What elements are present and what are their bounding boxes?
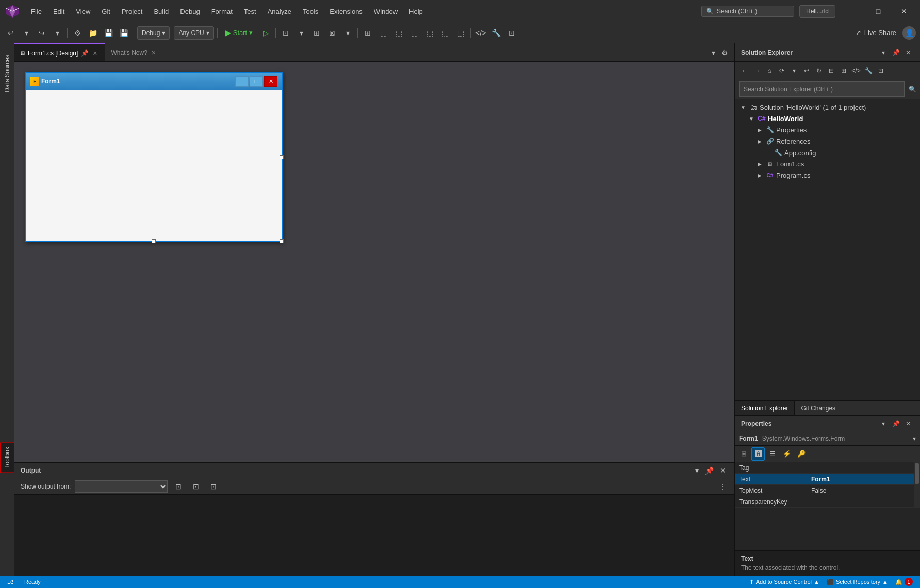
tb-btn-13[interactable]: 🔧 bbox=[489, 26, 503, 40]
window-title-button[interactable]: Hell...rld bbox=[799, 5, 835, 18]
menu-edit[interactable]: Edit bbox=[48, 6, 70, 18]
tree-solution-node[interactable]: ▼ 🗂 Solution 'HelloWorld' (1 of 1 projec… bbox=[735, 102, 920, 113]
sol-tb-code[interactable]: </> bbox=[850, 65, 862, 76]
tb-dropdown-1[interactable]: ▾ bbox=[294, 26, 308, 40]
program-expand-arrow[interactable]: ▶ bbox=[755, 171, 764, 179]
sol-tb-home[interactable]: ⌂ bbox=[764, 65, 775, 76]
properties-expand-arrow[interactable]: ▶ bbox=[755, 126, 764, 134]
tb-btn-14[interactable]: ⊡ bbox=[505, 26, 518, 40]
tab-git-changes[interactable]: Git Changes bbox=[795, 401, 842, 415]
tree-appconfig-node[interactable]: ▶ 🔧 App.config bbox=[735, 147, 920, 158]
sol-tb-back[interactable]: ← bbox=[739, 65, 750, 76]
maximize-button[interactable]: □ bbox=[866, 3, 890, 20]
redo-button[interactable]: ↪ bbox=[35, 26, 48, 40]
redo-dropdown[interactable]: ▾ bbox=[51, 26, 64, 40]
output-btn-3[interactable]: ⊡ bbox=[207, 480, 220, 493]
output-close-btn[interactable]: ✕ bbox=[718, 465, 728, 476]
sol-btn-close[interactable]: ✕ bbox=[902, 47, 914, 58]
minimize-button[interactable]: — bbox=[841, 3, 864, 20]
data-sources-tab[interactable]: Data Sources bbox=[1, 51, 14, 96]
props-pin-btn[interactable]: 📌 bbox=[890, 418, 901, 429]
props-key-btn[interactable]: 🔑 bbox=[795, 447, 808, 461]
props-close-btn[interactable]: ✕ bbox=[902, 418, 914, 429]
status-notifications[interactable]: 🔔 1 bbox=[892, 578, 916, 586]
close-button[interactable]: ✕ bbox=[892, 3, 916, 20]
pin-icon[interactable]: 📌 bbox=[81, 49, 89, 57]
tb-btn-11[interactable]: ⬚ bbox=[454, 26, 467, 40]
menu-format[interactable]: Format bbox=[206, 6, 238, 18]
form-maximize-btn[interactable]: □ bbox=[250, 76, 263, 87]
resize-handle-corner[interactable] bbox=[280, 239, 284, 243]
menu-build[interactable]: Build bbox=[149, 6, 174, 18]
tab-solution-explorer[interactable]: Solution Explorer bbox=[735, 401, 795, 415]
tb-btn-7[interactable]: ⬚ bbox=[392, 26, 405, 40]
save-all-button[interactable]: 💾 bbox=[117, 26, 130, 40]
save-button[interactable]: 💾 bbox=[102, 26, 115, 40]
tb-btn-12[interactable]: </> bbox=[474, 26, 487, 40]
sol-tb-collapse[interactable]: ⊟ bbox=[826, 65, 837, 76]
menu-project[interactable]: Project bbox=[117, 6, 147, 18]
tb-btn-1[interactable]: ⊡ bbox=[279, 26, 292, 40]
solution-search-input[interactable]: Search Solution Explorer (Ctrl+;) bbox=[739, 81, 905, 97]
sol-tb-refresh[interactable]: ↻ bbox=[813, 65, 825, 76]
form-body[interactable] bbox=[26, 90, 282, 241]
platform-dropdown[interactable]: Any CPU ▾ bbox=[174, 26, 213, 40]
toolbox-tab[interactable]: Toolbox bbox=[0, 442, 14, 473]
status-add-source-control[interactable]: ⬆ Add to Source Control ▲ bbox=[746, 579, 823, 585]
menu-help[interactable]: Help bbox=[404, 6, 428, 18]
add-item-button[interactable]: 📁 bbox=[86, 26, 100, 40]
resize-handle-right[interactable] bbox=[280, 155, 284, 159]
props-events-btn[interactable]: ⚡ bbox=[780, 447, 794, 461]
menu-tools[interactable]: Tools bbox=[298, 6, 323, 18]
tree-form1-node[interactable]: ▶ ⊞ Form1.cs bbox=[735, 158, 920, 170]
sol-btn-pin[interactable]: 📌 bbox=[890, 47, 901, 58]
menu-search-box[interactable]: 🔍 Search (Ctrl+,) bbox=[701, 6, 794, 17]
status-select-repository[interactable]: ⬛ Select Repository ▲ bbox=[824, 579, 891, 585]
output-btn-1[interactable]: ⊡ bbox=[172, 480, 185, 493]
references-expand-arrow[interactable]: ▶ bbox=[755, 137, 764, 145]
menu-analyze[interactable]: Analyze bbox=[262, 6, 297, 18]
menu-file[interactable]: File bbox=[26, 6, 47, 18]
status-ready[interactable]: Ready bbox=[21, 576, 44, 588]
profile-button[interactable]: 👤 bbox=[902, 26, 916, 40]
output-btn-2[interactable]: ⊡ bbox=[189, 480, 203, 493]
tb-btn-4[interactable]: ▾ bbox=[341, 26, 354, 40]
project-expand-arrow[interactable]: ▼ bbox=[747, 114, 755, 123]
tab-settings-btn[interactable]: ⚙ bbox=[719, 47, 730, 58]
tree-references-node[interactable]: ▶ 🔗 References bbox=[735, 136, 920, 147]
tb-btn-6[interactable]: ⬚ bbox=[376, 26, 390, 40]
tab-whats-new[interactable]: What's New? × bbox=[105, 43, 163, 61]
start-without-debug[interactable]: ▷ bbox=[259, 26, 272, 40]
menu-debug[interactable]: Debug bbox=[175, 6, 205, 18]
tab-form1-design[interactable]: ⊞ Form1.cs [Design] 📌 × bbox=[14, 43, 105, 61]
tb-btn-5[interactable]: ⊞ bbox=[361, 26, 374, 40]
start-button[interactable]: ▶ Start ▾ bbox=[221, 26, 257, 39]
solution-expand-arrow[interactable]: ▼ bbox=[739, 103, 747, 111]
sol-tb-expand[interactable]: ⊞ bbox=[838, 65, 849, 76]
output-source-select[interactable] bbox=[75, 480, 168, 493]
tab-close-active[interactable]: × bbox=[92, 48, 98, 58]
props-alphabetical-btn[interactable]: 🅰 bbox=[751, 447, 765, 461]
output-float-btn[interactable]: ▾ bbox=[693, 465, 701, 476]
output-pin-btn[interactable]: 📌 bbox=[703, 465, 716, 476]
tb-btn-10[interactable]: ⬚ bbox=[438, 26, 452, 40]
menu-extensions[interactable]: Extensions bbox=[324, 6, 368, 18]
props-float-btn[interactable]: ▾ bbox=[878, 418, 889, 429]
form-minimize-btn[interactable]: — bbox=[235, 76, 249, 87]
resize-handle-bottom[interactable] bbox=[152, 239, 156, 243]
tree-program-node[interactable]: ▶ C# Program.cs bbox=[735, 170, 920, 181]
props-object-arrow[interactable]: ▾ bbox=[913, 435, 916, 442]
menu-test[interactable]: Test bbox=[239, 6, 261, 18]
output-more-btn[interactable]: ⋮ bbox=[717, 481, 728, 492]
sol-tb-forward[interactable]: → bbox=[751, 65, 763, 76]
props-properties-btn[interactable]: ☰ bbox=[766, 447, 779, 461]
status-git-icon[interactable]: ⎇ bbox=[4, 576, 17, 588]
menu-git[interactable]: Git bbox=[96, 6, 116, 18]
menu-view[interactable]: View bbox=[71, 6, 95, 18]
props-scrollbar[interactable] bbox=[914, 462, 920, 508]
tb-btn-8[interactable]: ⬚ bbox=[407, 26, 421, 40]
form-close-btn[interactable]: ✕ bbox=[264, 76, 277, 87]
solution-search-icon-btn[interactable]: 🔍 bbox=[907, 83, 918, 95]
new-project-button[interactable]: ⚙ bbox=[71, 26, 84, 40]
undo-dropdown[interactable]: ▾ bbox=[20, 26, 33, 40]
